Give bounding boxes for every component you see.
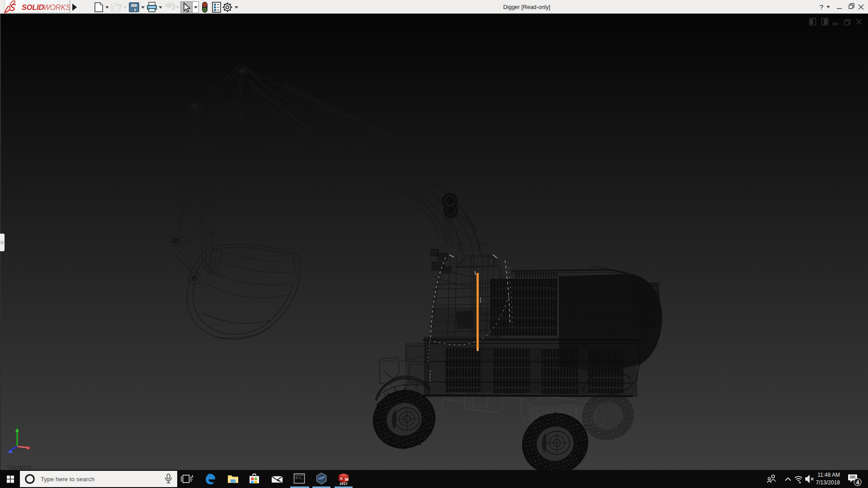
svg-text:Digger [Read-only]: Digger [Read-only] [503,4,550,10]
svg-text:C:\_: C:\_ [296,477,303,480]
svg-text:2017: 2017 [340,482,348,486]
svg-text:11:48 AM: 11:48 AM [817,472,840,478]
svg-text:7/13/2018: 7/13/2018 [816,479,840,486]
svg-text:SOLID: SOLID [22,3,44,11]
svg-text:W: W [345,477,349,482]
svg-text:*Dimetric: *Dimetric [6,464,32,470]
svg-text:4: 4 [856,479,859,486]
svg-text:?: ? [820,3,823,11]
svg-text:Type here to search: Type here to search [41,476,94,483]
svg-text:WORKS: WORKS [43,3,71,11]
svg-text:S: S [340,476,343,481]
